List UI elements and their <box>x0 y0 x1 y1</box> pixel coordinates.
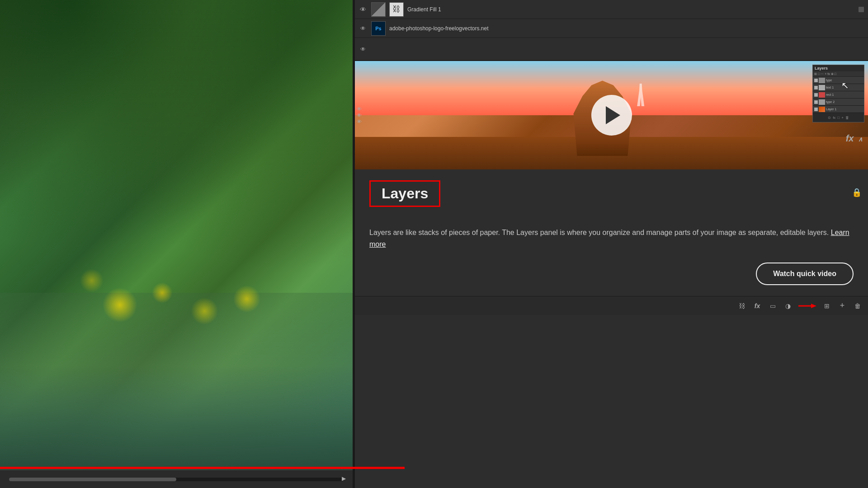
mini-toolbar-row: ⊞□⋯+fx⊗□ <box>813 71 864 77</box>
mini-layers-header: Layers <box>813 65 864 71</box>
tooltip-header: Layers <box>369 180 854 216</box>
mask-icon[interactable]: ▭ <box>768 301 778 311</box>
expand-collapse-icon[interactable]: ∧ <box>858 136 863 143</box>
scrollbar-thumb[interactable] <box>9 478 176 481</box>
layers-panel-title: Layers <box>382 185 428 202</box>
layer-chain-icon: ⛓ <box>389 2 404 17</box>
mini-layer-row: T type 2 <box>813 99 864 106</box>
new-layer-icon[interactable]: + <box>837 301 847 311</box>
empty-thumbnail-slot <box>371 42 386 56</box>
mini-bottom-toolbar: ⊙ fx □ + 🗑 <box>813 113 864 122</box>
tooltip-info-area: Layers Layers are like stacks of pieces … <box>355 169 868 296</box>
mini-layer-row: □ Layer 1 <box>813 106 864 113</box>
mini-layer-row: T text 1 <box>813 84 864 91</box>
flowers <box>35 220 317 342</box>
play-triangle-icon <box>606 106 620 124</box>
layer-name: Gradient Fill 1 <box>407 6 854 13</box>
mini-layer-row: T type <box>813 77 864 84</box>
cursor-icon: ↖ <box>841 80 849 91</box>
adjustment-icon[interactable]: ◑ <box>783 301 793 311</box>
layers-list: 👁 ⛓ Gradient Fill 1 👁 Ps adobe-photoshop… <box>355 0 868 61</box>
fx-effects-label[interactable]: fx ∧ <box>846 133 863 144</box>
layer-thumbnail <box>371 2 386 17</box>
mini-layers-panel: Layers ⊞□⋯+fx⊗□ T type T text 1 □ <box>812 65 864 122</box>
fx-add-icon[interactable]: fx <box>752 301 762 311</box>
eye-visibility-icon[interactable]: 👁 <box>359 24 368 33</box>
table-row[interactable]: 👁 Ps adobe-photoshop-logo-freelogvectors… <box>355 19 868 38</box>
watch-quick-video-button[interactable]: Watch quick video <box>756 263 854 285</box>
eye-visibility-icon[interactable]: 👁 <box>359 5 368 14</box>
layers-panel: 👁 ⛓ Gradient Fill 1 👁 Ps adobe-photoshop… <box>355 0 868 488</box>
canvas-area: ▶ <box>0 0 353 488</box>
video-play-button[interactable] <box>591 95 632 136</box>
red-bottom-line <box>0 467 405 469</box>
svg-rect-0 <box>859 7 864 12</box>
table-row[interactable]: 👁 ⛓ Gradient Fill 1 <box>355 0 868 19</box>
layer-name: adobe-photoshop-logo-freelogvectors.net <box>389 25 864 32</box>
delete-layer-icon[interactable]: 🗑 <box>853 301 863 311</box>
layer-options-icon[interactable] <box>858 6 864 13</box>
canvas-bottom-bar <box>0 470 353 488</box>
svg-marker-2 <box>811 304 816 308</box>
new-group-icon[interactable]: ⊞ <box>822 301 832 311</box>
horizontal-scrollbar[interactable] <box>9 478 344 481</box>
layers-description: Layers are like stacks of pieces of pape… <box>369 227 854 250</box>
mini-layer-row: □ rect 1 <box>813 91 864 99</box>
eye-indicators: 👁 👁 👁 <box>355 104 363 126</box>
action-area: Watch quick video <box>369 263 854 285</box>
tooltip-popup: Layers ⊞□⋯+fx⊗□ T type T text 1 □ <box>355 61 868 296</box>
description-text: Layers are like stacks of pieces of pape… <box>369 229 829 236</box>
video-thumbnail[interactable]: Layers ⊞□⋯+fx⊗□ T type T text 1 □ <box>355 61 868 169</box>
layers-bottom-toolbar: ⛓ fx ▭ ◑ ⊞ + 🗑 <box>355 296 868 315</box>
layer-thumbnail: Ps <box>371 21 386 36</box>
red-arrow-icon <box>798 302 816 310</box>
scroll-right-chevron[interactable]: ▶ <box>342 475 346 482</box>
lock-icon: 🔒 <box>852 188 862 197</box>
layers-title-box: Layers <box>369 180 440 207</box>
canvas-background <box>0 0 353 488</box>
table-row[interactable]: 👁 <box>355 38 868 61</box>
eye-visibility-icon[interactable]: 👁 <box>359 45 368 54</box>
link-layers-icon[interactable]: ⛓ <box>737 301 747 311</box>
